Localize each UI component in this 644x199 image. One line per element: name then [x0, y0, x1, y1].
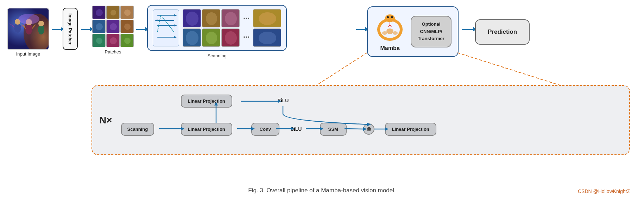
dots-bottom: ··· [243, 33, 250, 41]
svg-point-14 [96, 9, 103, 16]
node-scanning: Scanning [121, 123, 154, 136]
input-image-block: Input Image [7, 8, 49, 57]
node-conv: Conv [251, 123, 280, 136]
svg-marker-32 [174, 14, 177, 17]
arrow-4 [355, 29, 367, 30]
svg-point-18 [124, 9, 131, 16]
image-grid [183, 9, 240, 47]
svg-marker-40 [174, 36, 177, 38]
scanning-label: Scanning [208, 53, 227, 58]
patch-7 [92, 34, 106, 47]
svg-point-50 [206, 32, 217, 44]
scanning-block: ··· ··· Scanning [147, 5, 287, 58]
svg-point-56 [259, 32, 276, 44]
arrow-5 [461, 29, 475, 30]
patch-2 [106, 6, 120, 19]
svg-point-58 [385, 14, 395, 22]
svg-point-22 [110, 23, 117, 30]
multiply-circle: ⊗ [363, 123, 374, 135]
svg-point-46 [225, 12, 237, 25]
mamba-icon-group: Mamba [374, 12, 406, 51]
nx-label: N× [99, 115, 112, 126]
multiply-symbol: ⊗ [366, 126, 371, 133]
patcher-label: Image Patcher [68, 13, 73, 45]
optional-box: Optional CNN/MLP/ Transformer [411, 16, 452, 47]
silu-bottom-label: SiLU [291, 126, 302, 132]
arrow-3 [135, 29, 147, 30]
patcher-block: Image Patcher [63, 8, 78, 50]
svg-point-24 [124, 24, 131, 30]
img-grid-6 [221, 28, 240, 47]
svg-point-20 [96, 23, 103, 30]
svg-marker-34 [155, 19, 157, 21]
node-linear-proj-mid: Linear Projection [181, 123, 232, 136]
scan-pattern-box [153, 9, 179, 46]
mamba-detail-block: N× Linear Projection SiLU Scanning Linea… [91, 85, 630, 155]
mamba-label: Mamba [380, 45, 399, 51]
svg-point-54 [259, 12, 276, 25]
fig-caption: Fig. 3. Overall pipeline of a Mamba-base… [248, 187, 396, 194]
patcher-box: Image Patcher [63, 8, 78, 50]
svg-point-11 [38, 21, 44, 26]
extra-img-2 [253, 28, 281, 47]
detail-flow: Linear Projection SiLU Scanning Linear P… [121, 93, 619, 147]
img-grid-1 [183, 9, 201, 27]
svg-point-42 [186, 12, 198, 26]
ellipsis-col: ··· ··· [243, 9, 250, 47]
diagram-container: Input Image Image Patcher [0, 0, 644, 199]
node-ssm: SSM [320, 123, 347, 136]
svg-line-37 [157, 15, 161, 32]
svg-line-63 [390, 25, 391, 27]
dots-top: ··· [243, 15, 250, 23]
svg-line-77 [345, 129, 363, 129]
svg-point-64 [386, 28, 393, 34]
silu-top-label: SiLU [278, 98, 289, 103]
input-image [7, 8, 49, 50]
svg-point-59 [387, 16, 389, 18]
svg-line-38 [161, 15, 174, 32]
svg-point-26 [96, 38, 102, 44]
svg-point-12 [18, 14, 39, 24]
svg-point-30 [124, 38, 131, 44]
svg-point-60 [391, 16, 393, 18]
mamba-outer: Mamba Optional CNN/MLP/ Transformer [367, 6, 459, 57]
patch-3 [120, 6, 134, 19]
node-linear-proj-out: Linear Projection [385, 123, 436, 136]
svg-point-48 [186, 31, 198, 45]
img-grid-5 [202, 28, 220, 47]
svg-point-28 [110, 37, 117, 44]
patch-1 [92, 6, 106, 19]
patches-block: Patches [92, 6, 134, 54]
scanning-outer: ··· ··· [147, 5, 287, 51]
csdn-watermark: CSDN @HollowKnightZ [578, 188, 630, 194]
svg-point-44 [206, 12, 217, 25]
patch-4 [92, 20, 106, 33]
mamba-icon [374, 12, 406, 44]
svg-point-52 [225, 31, 237, 45]
input-image-label: Input Image [16, 51, 40, 57]
patches-grid [92, 6, 134, 47]
img-grid-3 [221, 9, 240, 27]
svg-point-16 [111, 10, 116, 15]
mamba-block: Mamba Optional CNN/MLP/ Transformer [367, 6, 459, 57]
img-grid-4 [183, 28, 201, 47]
svg-point-65 [382, 31, 387, 35]
img-grid-2 [202, 9, 220, 27]
extra-images-col [253, 9, 281, 47]
prediction-box: Prediction [475, 19, 530, 45]
patch-9 [120, 34, 134, 47]
arrow-1 [51, 29, 62, 30]
prediction-block: Prediction [475, 19, 530, 45]
patch-5 [106, 20, 120, 33]
arrow-2 [80, 29, 91, 30]
extra-img-1 [253, 9, 281, 27]
svg-marker-36 [174, 24, 177, 26]
patch-8 [106, 34, 120, 47]
patches-label: Patches [105, 49, 121, 54]
patch-6 [120, 20, 134, 33]
svg-point-66 [393, 31, 398, 35]
node-linear-proj-top: Linear Projection [181, 95, 232, 108]
